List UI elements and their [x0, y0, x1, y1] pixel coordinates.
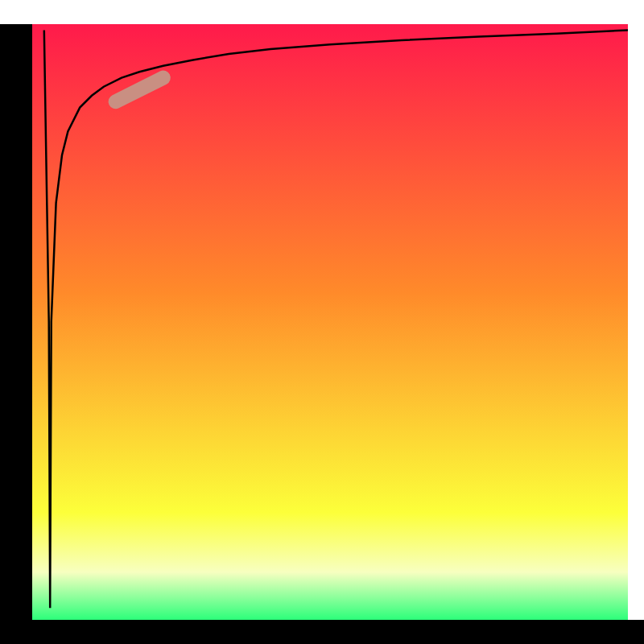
frame-corner — [628, 620, 644, 644]
frame-left — [0, 0, 32, 644]
frame-top-whitespace — [0, 0, 644, 24]
bottleneck-chart — [0, 0, 644, 644]
frame-bottom — [0, 620, 644, 644]
frame-right-whitespace — [628, 0, 644, 644]
plot-gradient-background — [32, 24, 628, 620]
chart-container: TheBottleneck.com — [0, 0, 644, 644]
